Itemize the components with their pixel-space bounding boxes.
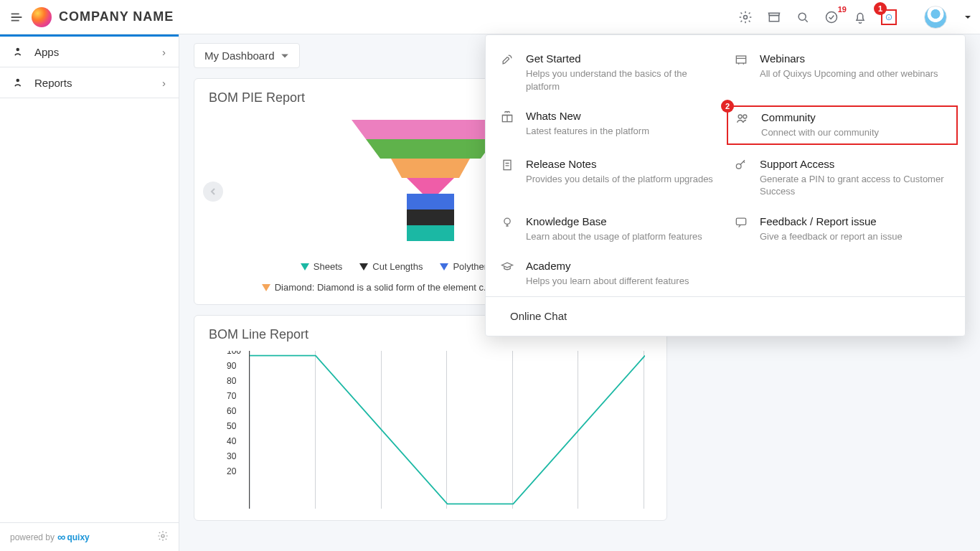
legend-label: Cut Lengths: [372, 261, 423, 272]
help-item-community[interactable]: 2CommunityConnect with our community: [734, 110, 951, 141]
help-item-title: Feedback / Report issue: [760, 215, 903, 227]
help-item-academy[interactable]: AcademyHelps you learn about different f…: [500, 260, 717, 288]
svg-point-12: [736, 164, 741, 169]
company-name: COMPANY NAME: [59, 9, 174, 24]
annotation-1: 1: [874, 2, 887, 15]
help-item-knowledge-base[interactable]: Knowledge BaseLearn about the usage of p…: [500, 215, 717, 243]
legend-label: Diamond: Diamond is a solid form of the …: [275, 282, 491, 293]
help-item-desc: Provides you details of the platform upg…: [526, 173, 713, 186]
help-item-desc: Helps you understand the basics of the p…: [526, 67, 717, 93]
settings-gear-icon[interactable]: [738, 9, 753, 25]
help-item-title: Support Access: [760, 158, 951, 170]
funnel-slice[interactable]: [366, 139, 495, 159]
help-item-support-access[interactable]: Support AccessGenerate a PIN to grant ac…: [734, 158, 951, 198]
funnel-slice[interactable]: [407, 194, 454, 209]
header-actions: 19 1: [738, 6, 971, 29]
help-item-title: Academy: [526, 260, 689, 272]
y-tick: 70: [227, 391, 236, 401]
user-menu-caret-icon[interactable]: [964, 11, 971, 24]
bell-icon[interactable]: [852, 9, 868, 25]
legend-marker-icon: [262, 284, 270, 291]
quixy-logo: ∞quixy: [57, 531, 90, 536]
funnel-slice[interactable]: [391, 159, 470, 178]
gift-icon: [500, 110, 516, 141]
help-item-release-notes[interactable]: Release NotesProvides you details of the…: [500, 158, 717, 198]
chevron-right-icon: ›: [162, 46, 166, 58]
info-icon[interactable]: 1: [881, 9, 897, 25]
legend-label: Sheets: [314, 261, 342, 272]
legend-marker-icon: [301, 263, 309, 270]
help-item-feedback-report-issue[interactable]: Feedback / Report issueGive a feedback o…: [734, 215, 951, 243]
y-tick: 30: [227, 451, 236, 461]
chat-icon: [734, 215, 750, 243]
legend-item[interactable]: Cut Lengths: [359, 261, 423, 272]
help-item-desc: Connect with our community: [761, 126, 879, 139]
help-footer-title: Online Chat: [510, 310, 567, 322]
menu-toggle-icon[interactable]: [9, 9, 24, 25]
help-item-desc: Generate a PIN to grant access to Custom…: [760, 173, 951, 198]
help-item-title: Release Notes: [526, 158, 713, 170]
help-dropdown: Get StartedHelps you understand the basi…: [485, 34, 966, 336]
bulb-icon: [500, 215, 516, 243]
svg-point-5: [17, 79, 20, 83]
user-avatar[interactable]: [924, 6, 947, 29]
help-item-title: Community: [761, 111, 879, 123]
svg-point-10: [743, 115, 747, 118]
help-item-title: Knowledge Base: [526, 215, 702, 227]
svg-point-1: [798, 13, 806, 20]
dashboard-selector[interactable]: My Dashboard: [194, 43, 300, 68]
svg-point-0: [744, 15, 748, 19]
user-icon: [13, 76, 26, 89]
funnel-slice[interactable]: [407, 209, 454, 225]
help-item-desc: All of Quixys Upcoming and other webinar…: [760, 67, 938, 80]
svg-point-4: [17, 48, 20, 52]
tasks-icon[interactable]: 19: [824, 9, 839, 25]
legend-item[interactable]: Sheets: [301, 261, 342, 272]
help-item-webinars[interactable]: WebinarsAll of Quixys Upcoming and other…: [734, 52, 951, 93]
legend-marker-icon: [359, 263, 368, 270]
svg-rect-14: [736, 218, 745, 225]
people-icon: [735, 111, 751, 139]
sidebar-item-apps[interactable]: Apps ›: [0, 37, 179, 67]
dashboard-selector-label: My Dashboard: [204, 50, 275, 62]
sidebar: Apps › Reports › powered by ∞quixy: [0, 34, 179, 535]
user-icon: [13, 45, 26, 58]
sidebar-footer: powered by ∞quixy: [0, 522, 179, 535]
help-item-title: Whats New: [526, 110, 649, 122]
svg-point-2: [826, 11, 837, 22]
help-item-desc: Helps you learn about different features: [526, 275, 689, 288]
help-item-get-started[interactable]: Get StartedHelps you understand the basi…: [500, 52, 717, 93]
help-item-title: Webinars: [760, 52, 938, 65]
funnel-slice[interactable]: [407, 225, 454, 241]
y-tick: 40: [227, 436, 236, 446]
store-icon[interactable]: [766, 9, 782, 25]
svg-point-13: [504, 218, 510, 224]
sidebar-settings-icon[interactable]: [157, 530, 169, 535]
help-item-title: Get Started: [526, 52, 717, 65]
y-tick: 60: [227, 406, 236, 416]
line-chart: em Name 2030405060708090100: [209, 351, 652, 509]
powered-by-label: powered by: [10, 532, 55, 536]
company-logo: [32, 7, 52, 27]
svg-point-6: [161, 534, 164, 535]
y-tick: 100: [227, 351, 241, 356]
y-tick: 80: [227, 376, 236, 386]
key-icon: [734, 158, 750, 198]
search-icon[interactable]: [795, 9, 811, 25]
rocket-icon: [500, 52, 516, 93]
y-tick: 90: [227, 361, 236, 371]
chevron-right-icon: ›: [162, 77, 166, 89]
sidebar-item-label: Reports: [34, 77, 72, 89]
funnel-slice[interactable]: [407, 178, 454, 194]
sidebar-item-reports[interactable]: Reports ›: [0, 67, 179, 98]
svg-rect-11: [504, 160, 511, 169]
help-item-whats-new[interactable]: Whats NewLatest features in the platform: [500, 110, 717, 141]
help-online-chat[interactable]: Online Chat: [486, 296, 965, 336]
bom-line-card: BOM Line Report em Name 2030405060708090…: [194, 315, 667, 521]
help-item-desc: Learn about the usage of platform featur…: [526, 230, 702, 243]
legend-item[interactable]: Diamond: Diamond is a solid form of the …: [262, 282, 491, 293]
annotation-2: 2: [721, 100, 734, 113]
help-item-desc: Latest features in the platform: [526, 125, 649, 138]
app-header: COMPANY NAME 19 1: [0, 0, 980, 34]
svg-point-9: [738, 115, 742, 118]
